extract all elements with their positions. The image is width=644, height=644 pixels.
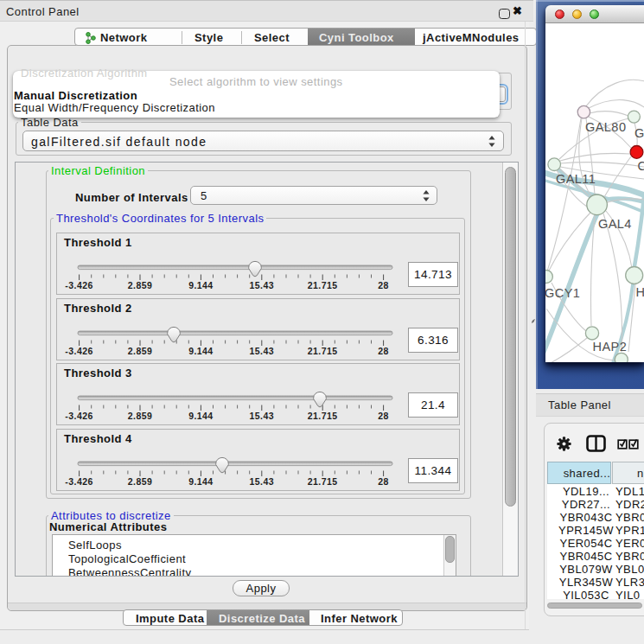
svg-text:15.43: 15.43 bbox=[250, 476, 275, 487]
svg-text:GAL11: GAL11 bbox=[556, 172, 596, 186]
svg-text:21.4: 21.4 bbox=[421, 399, 445, 411]
svg-text:28: 28 bbox=[378, 280, 389, 290]
svg-text:HAP2: HAP2 bbox=[593, 340, 628, 354]
svg-text:GCY1: GCY1 bbox=[545, 286, 580, 300]
svg-text:15.43: 15.43 bbox=[250, 346, 275, 356]
svg-text:15.43: 15.43 bbox=[250, 280, 275, 290]
svg-text:G: G bbox=[634, 126, 644, 140]
svg-text:Threshold 2: Threshold 2 bbox=[64, 302, 132, 315]
svg-text:Threshold 4: Threshold 4 bbox=[64, 432, 132, 445]
svg-text:9.144: 9.144 bbox=[188, 411, 214, 421]
svg-text:GAL4: GAL4 bbox=[598, 217, 632, 231]
svg-text:28: 28 bbox=[378, 411, 389, 421]
svg-text:11.344: 11.344 bbox=[415, 464, 452, 477]
svg-text:H: H bbox=[636, 285, 644, 299]
svg-text:14.713: 14.713 bbox=[414, 268, 452, 281]
svg-text:C: C bbox=[638, 159, 644, 173]
svg-text:21.715: 21.715 bbox=[308, 280, 338, 290]
svg-text:2.859: 2.859 bbox=[128, 346, 153, 356]
svg-text:9.144: 9.144 bbox=[188, 346, 214, 356]
svg-text:-3.426: -3.426 bbox=[65, 346, 92, 356]
svg-text:GAL80: GAL80 bbox=[585, 120, 626, 134]
svg-text:28: 28 bbox=[378, 346, 389, 356]
svg-text:Threshold 1: Threshold 1 bbox=[64, 236, 132, 249]
svg-text:9.144: 9.144 bbox=[188, 280, 214, 290]
svg-text:-3.426: -3.426 bbox=[65, 476, 92, 487]
svg-text:15.43: 15.43 bbox=[250, 411, 275, 421]
svg-text:21.715: 21.715 bbox=[308, 346, 338, 356]
svg-text:2.859: 2.859 bbox=[128, 476, 153, 487]
svg-text:28: 28 bbox=[378, 476, 389, 487]
svg-text:2.859: 2.859 bbox=[128, 280, 153, 290]
svg-text:21.715: 21.715 bbox=[308, 476, 338, 487]
svg-text:2.859: 2.859 bbox=[128, 411, 153, 421]
svg-text:-3.426: -3.426 bbox=[65, 411, 92, 421]
svg-text:Threshold 3: Threshold 3 bbox=[64, 367, 132, 379]
svg-text:-3.426: -3.426 bbox=[65, 280, 92, 290]
svg-text:9.144: 9.144 bbox=[188, 476, 214, 487]
svg-text:21.715: 21.715 bbox=[308, 411, 338, 421]
svg-text:6.316: 6.316 bbox=[418, 334, 449, 347]
